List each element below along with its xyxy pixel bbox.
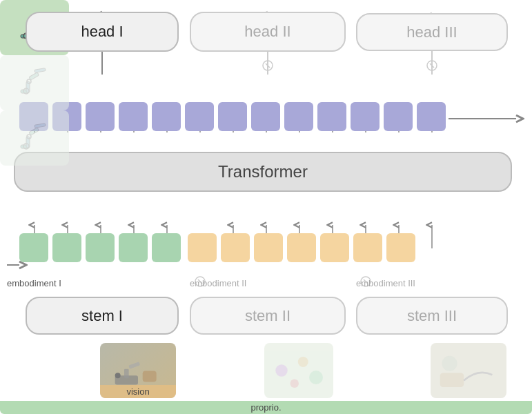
svg-rect-64 (29, 72, 39, 80)
token-purple-4 (119, 102, 148, 131)
svg-point-60 (115, 373, 121, 378)
token-orange-7 (386, 233, 415, 262)
svg-rect-65 (35, 68, 46, 73)
robot-arm-icon-2 (14, 62, 55, 103)
svg-rect-78 (440, 373, 464, 387)
head-II-box: head II (190, 12, 346, 52)
head-I-box: head I (26, 12, 179, 52)
token-green-4 (119, 233, 148, 262)
embodiment-III-label: embodiment III (356, 278, 415, 288)
token-orange-6 (353, 233, 382, 262)
svg-rect-58 (124, 368, 129, 377)
thumb-II-1 (0, 55, 69, 110)
vision-label: vision (100, 385, 176, 398)
svg-rect-59 (128, 362, 140, 368)
svg-point-5 (427, 61, 437, 70)
thumb-III-1 (0, 110, 69, 166)
head-III-box: head III (356, 13, 508, 51)
vision-scene-icon (110, 352, 166, 390)
svg-point-70 (309, 371, 323, 384)
purple-token-row (19, 102, 446, 131)
embodiment-I-label: embodiment I (7, 278, 61, 288)
token-orange-5 (320, 233, 349, 262)
svg-rect-61 (143, 371, 157, 382)
token-purple-13 (417, 102, 446, 131)
architecture-diagram: head I head II head III Transformer (0, 0, 532, 414)
svg-point-69 (298, 357, 308, 367)
token-orange-1 (188, 233, 217, 262)
svg-line-6 (430, 63, 434, 68)
svg-point-71 (290, 379, 299, 388)
embodiment-II-label: embodiment II (190, 278, 246, 288)
token-orange-2 (221, 233, 250, 262)
svg-point-68 (275, 364, 288, 377)
token-orange-3 (254, 233, 283, 262)
token-purple-8 (251, 102, 280, 131)
svg-line-4 (266, 63, 270, 68)
svg-rect-74 (29, 128, 39, 135)
proprio-label: proprio. (0, 401, 532, 414)
stem-III-box: stem III (356, 297, 508, 335)
token-green-2 (52, 233, 81, 262)
svg-point-3 (263, 61, 273, 70)
stem-II-box: stem II (190, 297, 346, 335)
dots-scene-icon (264, 343, 333, 398)
token-purple-5 (152, 102, 181, 131)
token-purple-11 (351, 102, 380, 131)
hands-scene-icon (431, 343, 506, 398)
token-purple-10 (317, 102, 346, 131)
bottom-token-row (19, 233, 415, 262)
token-purple-3 (86, 102, 115, 131)
svg-rect-75 (35, 124, 46, 128)
token-green-3 (86, 233, 115, 262)
stem-I-box: stem I (26, 297, 179, 335)
token-purple-9 (284, 102, 313, 131)
thumb-III-2 (431, 343, 506, 398)
transformer-box: Transformer (14, 152, 512, 192)
token-purple-12 (384, 102, 413, 131)
thumb-II-2 (264, 343, 333, 398)
svg-point-79 (442, 356, 457, 371)
token-purple-6 (185, 102, 214, 131)
token-orange-4 (287, 233, 316, 262)
robot-arm-icon-3 (14, 117, 55, 159)
token-purple-7 (218, 102, 247, 131)
token-green-1 (19, 233, 48, 262)
token-green-5 (152, 233, 181, 262)
